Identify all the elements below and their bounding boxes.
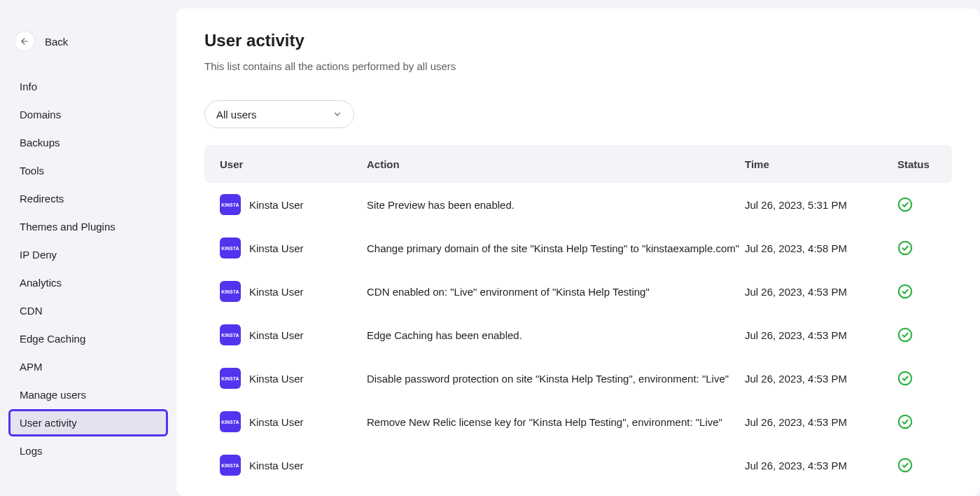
sidebar-item-label: IP Deny	[20, 249, 57, 261]
user-cell: KINSTAKinsta User	[220, 237, 367, 259]
table-row: KINSTAKinsta UserCDN enabled on: "Live" …	[204, 270, 952, 313]
user-name: Kinsta User	[249, 416, 304, 428]
sidebar-item-cdn[interactable]: CDN	[8, 297, 168, 324]
svg-point-4	[899, 329, 911, 341]
main-panel: User activity This list contains all the…	[176, 8, 980, 496]
user-name: Kinsta User	[249, 329, 304, 341]
sidebar-item-label: User activity	[20, 417, 77, 429]
col-header-user: User	[220, 158, 367, 170]
action-cell: Remove New Relic license key for "Kinsta…	[367, 416, 745, 428]
sidebar-item-info[interactable]: Info	[8, 73, 168, 100]
status-cell	[897, 457, 937, 473]
action-cell: Disable password protection on site "Kin…	[367, 373, 745, 385]
user-cell: KINSTAKinsta User	[220, 194, 367, 215]
sidebar-item-logs[interactable]: Logs	[8, 437, 168, 464]
check-circle-icon	[897, 284, 913, 299]
activity-table: User Action Time Status KINSTAKinsta Use…	[204, 145, 952, 487]
time-cell: Jul 26, 2023, 5:31 PM	[745, 199, 897, 211]
sidebar-item-label: Themes and Plugins	[20, 221, 115, 233]
sidebar-item-tools[interactable]: Tools	[8, 157, 168, 184]
table-header-row: User Action Time Status	[204, 145, 952, 183]
page-title: User activity	[204, 31, 952, 50]
col-header-action: Action	[367, 158, 745, 170]
chevron-down-icon	[332, 109, 342, 119]
user-name: Kinsta User	[249, 286, 304, 298]
time-cell: Jul 26, 2023, 4:53 PM	[745, 460, 897, 471]
check-circle-icon	[897, 457, 913, 473]
user-cell: KINSTAKinsta User	[220, 324, 367, 345]
time-cell: Jul 26, 2023, 4:53 PM	[745, 373, 897, 385]
user-name: Kinsta User	[249, 460, 304, 471]
time-cell: Jul 26, 2023, 4:53 PM	[745, 416, 897, 428]
sidebar-item-label: Redirects	[20, 193, 64, 205]
avatar: KINSTA	[220, 324, 241, 345]
time-cell: Jul 26, 2023, 4:53 PM	[745, 286, 897, 298]
avatar: KINSTA	[220, 281, 241, 302]
svg-point-7	[899, 459, 911, 471]
sidebar-item-label: Manage users	[20, 389, 86, 401]
table-row: KINSTAKinsta UserSite Preview has been e…	[204, 183, 952, 226]
sidebar-item-manage-users[interactable]: Manage users	[8, 381, 168, 408]
sidebar-item-redirects[interactable]: Redirects	[8, 185, 168, 212]
sidebar-item-label: Info	[20, 81, 37, 92]
page-subtitle: This list contains all the actions perfo…	[204, 60, 952, 72]
avatar: KINSTA	[220, 237, 241, 259]
table-body: KINSTAKinsta UserSite Preview has been e…	[204, 183, 952, 487]
user-filter-value: All users	[216, 109, 257, 120]
arrow-left-icon	[20, 36, 29, 46]
table-row: KINSTAKinsta UserEdge Caching has been e…	[204, 313, 952, 357]
back-label[interactable]: Back	[45, 36, 68, 48]
sidebar-item-themes-and-plugins[interactable]: Themes and Plugins	[8, 213, 168, 240]
filter-row: All users	[204, 100, 952, 128]
user-name: Kinsta User	[249, 242, 304, 254]
status-cell	[897, 371, 937, 386]
nav-list: InfoDomainsBackupsToolsRedirectsThemes a…	[8, 73, 168, 464]
check-circle-icon	[897, 240, 913, 256]
sidebar-item-ip-deny[interactable]: IP Deny	[8, 241, 168, 268]
action-cell: Change primary domain of the site "Kinst…	[367, 242, 745, 254]
check-circle-icon	[897, 327, 913, 343]
sidebar-item-apm[interactable]: APM	[8, 353, 168, 380]
status-cell	[897, 197, 937, 212]
user-filter-select[interactable]: All users	[204, 100, 354, 128]
sidebar-item-analytics[interactable]: Analytics	[8, 269, 168, 296]
status-cell	[897, 240, 937, 256]
back-row: Back	[8, 31, 168, 52]
svg-point-3	[899, 285, 911, 298]
col-header-time: Time	[745, 158, 897, 170]
status-cell	[897, 327, 937, 343]
sidebar-item-user-activity[interactable]: User activity	[8, 409, 168, 436]
sidebar-item-label: CDN	[20, 305, 43, 317]
back-button[interactable]	[14, 31, 35, 52]
table-row: KINSTAKinsta UserRemove New Relic licens…	[204, 400, 952, 443]
time-cell: Jul 26, 2023, 4:53 PM	[745, 329, 897, 341]
time-cell: Jul 26, 2023, 4:58 PM	[745, 242, 897, 254]
user-cell: KINSTAKinsta User	[220, 281, 367, 302]
sidebar-item-label: Tools	[20, 165, 44, 177]
sidebar-item-label: APM	[20, 361, 43, 373]
table-row: KINSTAKinsta UserJul 26, 2023, 4:53 PM	[204, 443, 952, 487]
sidebar-item-label: Domains	[20, 109, 61, 120]
user-name: Kinsta User	[249, 199, 304, 211]
svg-point-1	[899, 198, 911, 211]
svg-point-5	[899, 372, 911, 385]
user-cell: KINSTAKinsta User	[220, 455, 367, 476]
action-cell: Edge Caching has been enabled.	[367, 329, 745, 341]
check-circle-icon	[897, 197, 913, 212]
status-cell	[897, 414, 937, 429]
avatar: KINSTA	[220, 411, 241, 432]
sidebar-item-domains[interactable]: Domains	[8, 101, 168, 128]
table-row: KINSTAKinsta UserChange primary domain o…	[204, 226, 952, 270]
sidebar-item-label: Logs	[20, 445, 43, 457]
sidebar-item-edge-caching[interactable]: Edge Caching	[8, 325, 168, 352]
status-cell	[897, 284, 937, 299]
user-name: Kinsta User	[249, 373, 304, 385]
action-cell: Site Preview has been enabled.	[367, 199, 745, 211]
sidebar-item-label: Edge Caching	[20, 333, 85, 345]
user-cell: KINSTAKinsta User	[220, 411, 367, 432]
avatar: KINSTA	[220, 194, 241, 215]
sidebar: Back InfoDomainsBackupsToolsRedirectsThe…	[0, 0, 176, 496]
sidebar-item-backups[interactable]: Backups	[8, 129, 168, 156]
sidebar-item-label: Backups	[20, 137, 60, 149]
check-circle-icon	[897, 371, 913, 386]
